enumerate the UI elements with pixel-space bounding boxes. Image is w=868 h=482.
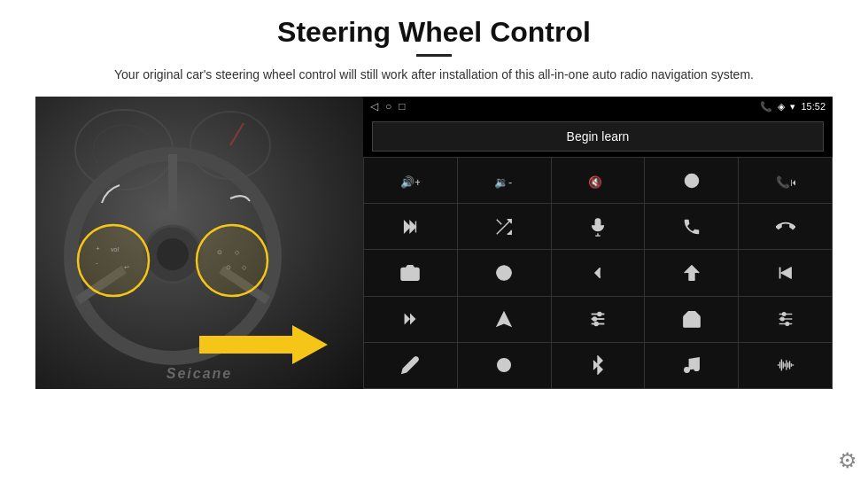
svg-text:⊙: ⊙ bbox=[217, 249, 222, 255]
call-prev-button[interactable]: 📞⏮ bbox=[739, 158, 832, 203]
prev-track-button[interactable] bbox=[739, 250, 832, 295]
svg-point-53 bbox=[692, 319, 697, 324]
seicane-watermark: Seicane bbox=[167, 366, 232, 382]
settings-gear-container: ⚙ bbox=[838, 448, 857, 473]
svg-point-66 bbox=[501, 363, 507, 369]
page-subtitle: Your original car's steering wheel contr… bbox=[114, 66, 754, 84]
svg-point-51 bbox=[594, 323, 598, 326]
begin-learn-row: Begin learn bbox=[363, 116, 833, 157]
music-button[interactable] bbox=[645, 343, 738, 388]
hang-up-button[interactable] bbox=[739, 204, 832, 249]
skip-next-button[interactable] bbox=[364, 204, 457, 249]
svg-point-47 bbox=[593, 317, 596, 321]
status-bar: ◁ ○ □ 📞 ◈ ▾ 15:52 bbox=[363, 97, 833, 116]
home-button[interactable] bbox=[645, 250, 738, 295]
steering-wheel-svg: + - vol ↩ ⊙ ◇ ⊙ ◇ bbox=[35, 97, 363, 371]
fast-forward-button[interactable] bbox=[364, 297, 457, 342]
360-view-button[interactable]: 360 bbox=[458, 250, 551, 295]
clock: 15:52 bbox=[801, 101, 825, 112]
controls-grid: 🔊+ 🔉- 🔇 bbox=[363, 157, 833, 389]
wifi-icon: ▾ bbox=[790, 101, 795, 113]
car-image-area: + - vol ↩ ⊙ ◇ ⊙ ◇ Seicane bbox=[35, 97, 363, 389]
knob-button[interactable] bbox=[458, 343, 551, 388]
svg-line-31 bbox=[497, 220, 502, 225]
waveform-button[interactable] bbox=[739, 343, 832, 388]
svg-text:🔊+: 🔊+ bbox=[400, 175, 420, 189]
svg-marker-27 bbox=[405, 221, 410, 232]
pen-button[interactable] bbox=[364, 343, 457, 388]
svg-text:⊙: ⊙ bbox=[226, 264, 231, 270]
svg-text:vol: vol bbox=[111, 246, 119, 253]
radio-button[interactable] bbox=[645, 297, 738, 342]
car-background: + - vol ↩ ⊙ ◇ ⊙ ◇ Seicane bbox=[35, 97, 363, 389]
svg-point-64 bbox=[780, 317, 784, 321]
svg-point-15 bbox=[197, 225, 267, 296]
svg-text:360: 360 bbox=[501, 271, 508, 276]
mute-button[interactable]: 🔇 bbox=[552, 158, 645, 203]
page-title: Steering Wheel Control bbox=[277, 16, 591, 49]
sliders-button[interactable] bbox=[739, 297, 832, 342]
svg-marker-45 bbox=[496, 311, 512, 327]
svg-line-3 bbox=[230, 123, 244, 145]
vol-up-button[interactable]: 🔊+ bbox=[364, 158, 457, 203]
svg-point-49 bbox=[598, 313, 601, 316]
svg-marker-20 bbox=[199, 325, 328, 364]
settings-gear-icon[interactable]: ⚙ bbox=[838, 448, 857, 472]
svg-text:📞⏮: 📞⏮ bbox=[776, 175, 795, 189]
content-row: + - vol ↩ ⊙ ◇ ⊙ ◇ Seicane bbox=[35, 97, 833, 389]
svg-text:↩: ↩ bbox=[124, 264, 129, 270]
back-nav-icon[interactable]: ◁ bbox=[370, 100, 378, 113]
navigate-button[interactable] bbox=[458, 297, 551, 342]
svg-marker-43 bbox=[405, 314, 410, 325]
camera-button[interactable] bbox=[364, 250, 457, 295]
begin-learn-button[interactable]: Begin learn bbox=[372, 121, 824, 152]
svg-point-9 bbox=[157, 238, 189, 270]
phone-call-button[interactable] bbox=[645, 204, 738, 249]
svg-marker-44 bbox=[410, 314, 415, 325]
status-bar-info: 📞 ◈ ▾ 15:52 bbox=[760, 101, 825, 113]
phone-icon: 📞 bbox=[760, 101, 772, 113]
svg-point-67 bbox=[685, 368, 690, 373]
mic-button[interactable] bbox=[552, 204, 645, 249]
svg-text:🔉-: 🔉- bbox=[494, 175, 512, 189]
vol-down-button[interactable]: 🔉- bbox=[458, 158, 551, 203]
svg-point-35 bbox=[407, 270, 414, 276]
status-bar-nav: ◁ ○ □ bbox=[370, 100, 406, 113]
page-container: Steering Wheel Control Your original car… bbox=[0, 0, 868, 482]
svg-point-58 bbox=[782, 313, 786, 316]
svg-text:-: - bbox=[96, 259, 98, 267]
recent-nav-icon[interactable]: □ bbox=[399, 100, 405, 113]
bluetooth-button[interactable] bbox=[552, 343, 645, 388]
title-underline bbox=[416, 54, 452, 57]
location-icon: ◈ bbox=[778, 101, 785, 113]
home-nav-icon[interactable]: ○ bbox=[385, 100, 391, 113]
svg-point-68 bbox=[694, 366, 700, 371]
shuffle-button[interactable] bbox=[458, 204, 551, 249]
android-screen: ◁ ○ □ 📞 ◈ ▾ 15:52 Begin learn bbox=[363, 97, 833, 389]
svg-marker-42 bbox=[780, 268, 791, 279]
svg-point-10 bbox=[78, 225, 149, 296]
svg-point-61 bbox=[786, 323, 789, 326]
svg-marker-28 bbox=[410, 221, 415, 232]
back-button[interactable] bbox=[552, 250, 645, 295]
svg-text:🔇: 🔇 bbox=[588, 175, 603, 189]
equalizer-button[interactable] bbox=[552, 297, 645, 342]
page-wrapper: Steering Wheel Control Your original car… bbox=[0, 0, 868, 482]
svg-rect-40 bbox=[689, 273, 694, 280]
power-button[interactable] bbox=[645, 158, 738, 203]
svg-text:+: + bbox=[96, 245, 100, 253]
